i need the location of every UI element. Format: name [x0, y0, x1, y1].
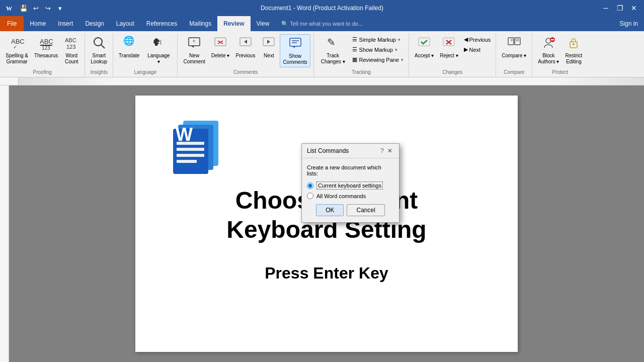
simplemarkup-label: Simple Markup — [359, 37, 396, 43]
translate-button[interactable]: 🌐 Translate — [116, 34, 142, 60]
list-commands-dialog: List Commands ? ✕ Create a new document … — [301, 143, 399, 223]
dialog-title-buttons: ? ✕ — [380, 147, 394, 155]
ruler — [0, 77, 644, 85]
dialog-help-icon[interactable]: ? — [380, 147, 384, 155]
svg-text:🗣: 🗣 — [152, 37, 163, 48]
document-area[interactable]: W Choose Current Keyboard Setting Press … — [9, 85, 644, 362]
previous-change-label: Previous — [469, 37, 491, 43]
simplemarkup-icon: ☰ — [352, 36, 357, 43]
next-comment-button[interactable]: Next — [259, 34, 279, 60]
delete-button[interactable]: Delete ▾ — [209, 34, 232, 60]
restrictediting-button[interactable]: RestrictEditing — [562, 34, 585, 66]
tab-home[interactable]: Home — [24, 16, 52, 31]
tab-mailings[interactable]: Mailings — [183, 16, 217, 31]
svg-text:✎: ✎ — [327, 37, 336, 48]
trackchanges-icon: ✎ — [326, 36, 340, 52]
svg-rect-34 — [515, 38, 520, 45]
minimize-button[interactable]: ─ — [600, 2, 612, 14]
thesaurus-icon: ABC 123 — [39, 36, 53, 52]
previous-change-button[interactable]: ◀ Previous — [462, 35, 493, 44]
radio-allword-input[interactable] — [307, 193, 313, 199]
thesaurus-button[interactable]: ABC 123 Thesaurus — [32, 34, 60, 60]
spelling-grammar-button[interactable]: ABC ✓ Spelling &Grammar — [3, 34, 31, 66]
tab-layout[interactable]: Layout — [110, 16, 140, 31]
previous-comment-label: Previous — [235, 53, 255, 59]
svg-marker-25 — [292, 46, 295, 48]
simplemarkup-item[interactable]: ☰ Simple Markup ▾ — [350, 35, 406, 44]
group-comments: + NewComment Delete ▾ — [178, 33, 313, 77]
svg-marker-14 — [191, 46, 194, 48]
compare-label: Compare ▾ — [502, 53, 526, 59]
wordcount-label: WordCount — [65, 53, 78, 65]
save-quickbtn[interactable]: 💾 — [18, 3, 29, 14]
simplemarkup-arrow: ▾ — [398, 37, 400, 42]
document-page: W Choose Current Keyboard Setting Press … — [135, 96, 518, 352]
accept-label: Accept ▾ — [415, 53, 434, 59]
next-change-icon: ▶ — [464, 46, 468, 53]
svg-text:✓: ✓ — [13, 44, 17, 50]
trackchanges-label: TrackChanges ▾ — [321, 53, 345, 65]
tab-insert[interactable]: Insert — [52, 16, 79, 31]
translate-icon: 🌐 — [122, 36, 136, 52]
dialog-close-button[interactable]: ✕ — [386, 147, 394, 155]
trackchanges-button[interactable]: ✎ TrackChanges ▾ — [317, 34, 349, 66]
ok-button[interactable]: OK — [316, 204, 344, 216]
window-title: Document1 - Word (Product Activation Fai… — [261, 5, 383, 12]
dialog-overlay: List Commands ? ✕ Create a new document … — [135, 96, 518, 352]
reject-button[interactable]: Reject ▾ — [437, 34, 460, 60]
accept-button[interactable]: Accept ▾ — [412, 34, 436, 60]
protect-items: BlockAuthors ▾ RestrictEditing — [535, 33, 585, 68]
tab-file[interactable]: File — [0, 16, 24, 31]
restore-button[interactable]: ❐ — [614, 2, 626, 14]
title-bar-controls: ─ ❐ ✕ — [600, 2, 640, 14]
next-comment-label: Next — [264, 53, 274, 59]
previous-comment-icon — [238, 36, 253, 52]
previous-comment-button[interactable]: Previous — [233, 34, 258, 60]
delete-icon — [213, 36, 227, 52]
radio-allword-label: All Word commands — [316, 193, 366, 199]
restrictediting-icon — [567, 36, 581, 52]
blockauthors-button[interactable]: BlockAuthors ▾ — [535, 34, 561, 66]
svg-rect-29 — [419, 38, 430, 46]
proofing-items: ABC ✓ Spelling &Grammar ABC 123 Thesauru… — [3, 33, 82, 68]
close-button[interactable]: ✕ — [628, 2, 640, 14]
tab-design[interactable]: Design — [79, 16, 110, 31]
cancel-button[interactable]: Cancel — [347, 204, 384, 216]
redo-quickbtn[interactable]: ↪ — [42, 3, 53, 14]
changes-group-label: Changes — [442, 68, 462, 77]
compare-items: Compare ▾ — [499, 33, 529, 68]
tab-review[interactable]: Review — [217, 16, 250, 31]
next-change-button[interactable]: ▶ Next — [462, 45, 493, 54]
word-app-icon: W — [4, 3, 14, 13]
undo-quickbtn[interactable]: ↩ — [30, 3, 41, 14]
tab-references[interactable]: References — [140, 16, 183, 31]
svg-rect-24 — [290, 38, 301, 46]
showmarkup-item[interactable]: ☰ Show Markup ▾ — [350, 45, 406, 54]
wordcount-button[interactable]: ABC 123 WordCount — [61, 34, 82, 66]
tab-search[interactable]: 🔍 Tell me what you want to do... — [275, 16, 369, 31]
customize-quickbtn[interactable]: ▾ — [54, 3, 65, 14]
protect-group-label: Protect — [552, 68, 568, 77]
tab-view[interactable]: View — [251, 16, 276, 31]
svg-text:123: 123 — [66, 44, 75, 50]
svg-text:ABC: ABC — [65, 37, 76, 43]
radio-current-keyboard[interactable]: Current keyboard settings — [307, 182, 394, 190]
newcomment-button[interactable]: + NewComment — [181, 34, 207, 66]
radio-all-word[interactable]: All Word commands — [307, 193, 394, 199]
radio-current-input[interactable] — [307, 183, 313, 189]
compare-button[interactable]: Compare ▾ — [499, 34, 529, 60]
tracking-group-label: Tracking — [352, 68, 371, 77]
showcomments-label: ShowComments — [283, 53, 307, 65]
tracking-items: ✎ TrackChanges ▾ ☰ Simple Markup ▾ ☰ Sho… — [317, 33, 406, 68]
blockauthors-label: BlockAuthors ▾ — [538, 53, 559, 65]
dialog-buttons: OK Cancel — [307, 204, 394, 216]
showcomments-button[interactable]: ShowComments — [280, 34, 310, 67]
smartlookup-button[interactable]: SmartLookup — [88, 34, 110, 66]
tab-signin[interactable]: Sign in — [613, 16, 644, 31]
thesaurus-label: Thesaurus — [34, 53, 58, 59]
restrictediting-label: RestrictEditing — [565, 53, 582, 65]
radio-current-label: Current keyboard settings — [316, 182, 383, 190]
svg-text:🌐: 🌐 — [123, 36, 135, 46]
language-button[interactable]: 🗣 Language ▾ — [143, 34, 174, 66]
reviewingpane-item[interactable]: ▦ Reviewing Pane ▾ — [350, 55, 406, 64]
